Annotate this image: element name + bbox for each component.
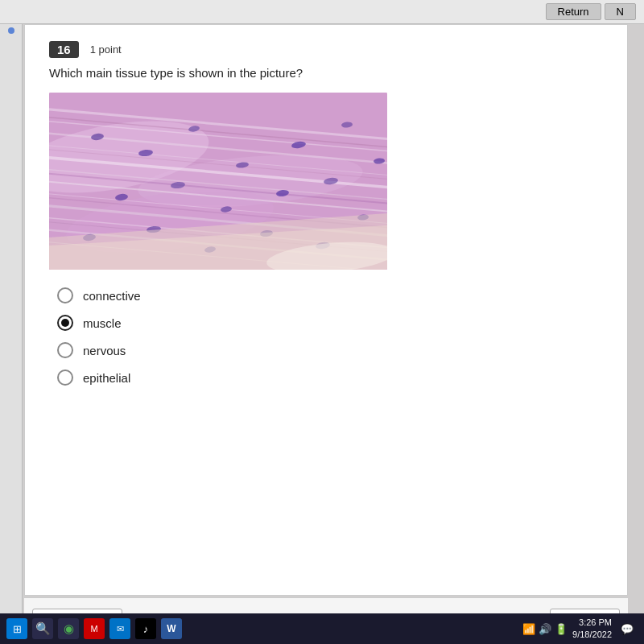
option-nervous[interactable]: nervous	[57, 342, 603, 358]
start-icon[interactable]: ⊞	[6, 618, 27, 639]
option-connective-label: connective	[83, 289, 141, 303]
browser-icon[interactable]: ◉	[58, 618, 79, 639]
system-icons: 📶 🔊 🔋	[522, 623, 568, 635]
return-button[interactable]: Return	[546, 3, 601, 20]
battery-icon: 🔋	[555, 623, 568, 635]
taskbar-right: 📶 🔊 🔋 3:26 PM 9/18/2022 💬	[522, 617, 638, 642]
top-bar: Return N	[0, 0, 644, 24]
main-content: 16 1 point Which main tissue type is sho…	[24, 24, 628, 596]
radio-muscle-inner	[61, 319, 69, 327]
option-muscle-label: muscle	[83, 316, 122, 330]
tissue-svg	[49, 93, 387, 270]
option-nervous-label: nervous	[83, 344, 126, 357]
radio-muscle[interactable]	[57, 315, 73, 331]
left-sidebar	[0, 24, 23, 613]
search-icon[interactable]: 🔍	[32, 618, 53, 639]
option-epithelial-label: epithelial	[83, 371, 130, 385]
option-muscle[interactable]: muscle	[57, 315, 603, 331]
question-points: 1 point	[90, 43, 122, 56]
word-icon[interactable]: W	[161, 618, 182, 639]
email-icon[interactable]: ✉	[109, 618, 130, 639]
time-block: 3:26 PM 9/18/2022	[572, 617, 612, 642]
wifi-icon: 📶	[522, 623, 535, 635]
question-header: 16 1 point	[49, 41, 603, 58]
tiktok-icon[interactable]: ♪	[135, 618, 156, 639]
current-time: 3:26 PM	[572, 617, 612, 629]
volume-icon: 🔊	[539, 623, 551, 635]
question-text: Which main tissue type is shown in the p…	[49, 66, 603, 80]
option-epithelial[interactable]: epithelial	[57, 369, 603, 386]
radio-epithelial[interactable]	[57, 369, 73, 386]
sidebar-dot	[8, 27, 14, 34]
security-icon[interactable]: M	[84, 618, 105, 639]
option-connective[interactable]: connective	[57, 287, 603, 303]
radio-nervous[interactable]	[57, 342, 73, 358]
taskbar: ⊞ 🔍 ◉ M ✉ ♪ W 📶 🔊 🔋	[0, 613, 644, 644]
radio-connective[interactable]	[57, 287, 73, 303]
next-top-button[interactable]: N	[605, 3, 636, 20]
options-list: connective muscle nervous epithelial	[57, 287, 603, 386]
current-date: 9/18/2022	[572, 629, 612, 641]
tissue-image	[49, 93, 387, 270]
question-number: 16	[49, 41, 79, 58]
taskbar-left: ⊞ 🔍 ◉ M ✉ ♪ W	[6, 618, 182, 639]
notification-icon[interactable]: 💬	[617, 618, 638, 639]
